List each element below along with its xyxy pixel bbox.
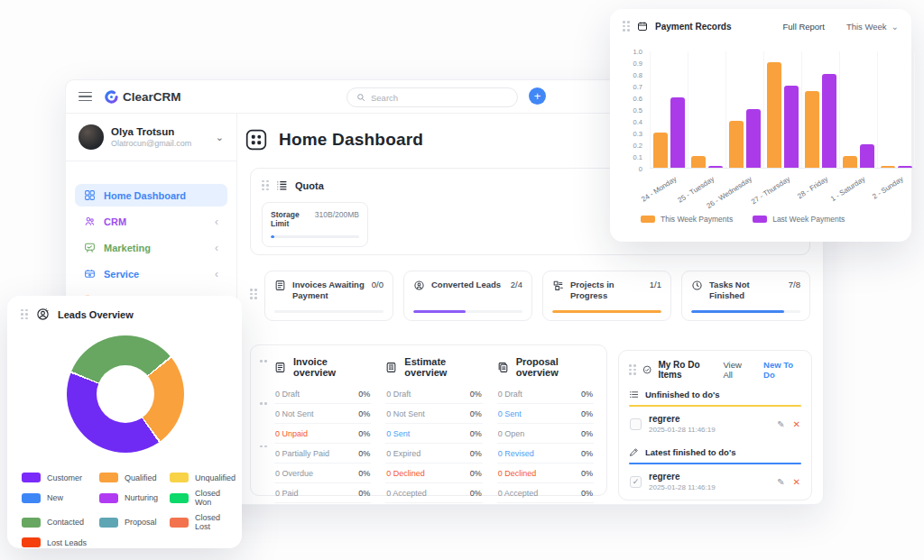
overview-row: 0 Unpaid 0% xyxy=(274,424,371,444)
todo-checkbox[interactable]: ✓ xyxy=(630,476,642,488)
proposal-icon xyxy=(497,362,509,373)
x-axis-label: 2 - Sunday xyxy=(872,175,905,201)
payment-records-title: Payment Records xyxy=(655,22,731,32)
pencil-icon xyxy=(629,447,639,457)
todo-checkbox[interactable] xyxy=(630,418,642,430)
y-tick-label: 1.0 xyxy=(633,48,642,56)
stat-card-converted-leads[interactable]: Converted Leads 2/4 xyxy=(403,271,532,321)
drag-handle[interactable] xyxy=(21,309,28,320)
delete-x-icon[interactable]: ✕ xyxy=(793,477,800,487)
storage-limit-value: 310B/200MB xyxy=(315,210,359,219)
stat-card-tasks-not-finished[interactable]: Tasks Not Finished 7/8 xyxy=(681,271,810,321)
overview-row-label: 0 Not Sent xyxy=(386,409,425,418)
week-range-dropdown[interactable]: This Week ⌄ xyxy=(846,22,899,32)
user-name: Olya Trotsun xyxy=(111,126,191,137)
overview-row-value: 0% xyxy=(470,469,482,478)
estimate-icon xyxy=(385,362,397,373)
overview-row-label: 0 Not Sent xyxy=(275,409,314,418)
sidebar-item-label: Home Dashboard xyxy=(104,190,186,201)
search-input[interactable] xyxy=(371,93,497,103)
user-profile[interactable]: Olya Trotsun Olatrocun@gmail.com ⌄ xyxy=(66,114,236,161)
todo-item-timestamp: 2025-01-28 11:46:19 xyxy=(649,426,716,434)
stat-value: 2/4 xyxy=(511,280,522,289)
lead-icon xyxy=(413,280,425,291)
progress-fill xyxy=(691,310,784,313)
drag-handle[interactable] xyxy=(623,21,630,32)
overview-row: 0 Overdue 0% xyxy=(274,464,371,483)
overview-row-value: 0% xyxy=(581,390,593,399)
y-axis: 1.00.90.80.70.60.50.40.30.20.10 xyxy=(623,51,644,169)
app-logo: ClearCRM xyxy=(105,90,181,104)
legend-swatch xyxy=(641,216,655,223)
todo-section-header: Latest finished to do's xyxy=(629,447,801,457)
payment-records-widget: Payment Records Full Report This Week ⌄ … xyxy=(610,9,911,242)
overview-row: 0 Not Sent 0% xyxy=(274,404,371,424)
y-tick-label: 0.3 xyxy=(633,130,642,138)
legend-label: Closed Won xyxy=(195,489,236,507)
overview-row-value: 0% xyxy=(470,429,482,438)
dashboard-icon xyxy=(245,128,268,151)
chevron-left-icon: ‹ xyxy=(215,242,218,254)
service-icon xyxy=(84,268,96,280)
overview-row: 0 Open 0% xyxy=(497,424,594,444)
page-title-row: Home Dashboard xyxy=(245,128,423,151)
drag-handle[interactable] xyxy=(262,180,269,191)
delete-x-icon[interactable]: ✕ xyxy=(793,419,800,429)
sidebar-item-home-dashboard[interactable]: Home Dashboard xyxy=(75,184,227,207)
menu-icon[interactable] xyxy=(79,92,92,102)
bar-last-week-payments xyxy=(898,166,912,168)
sidebar-item-service[interactable]: Service‹ xyxy=(75,262,227,285)
sidebar-item-crm[interactable]: CRM‹ xyxy=(75,210,227,233)
progress-fill xyxy=(552,310,661,313)
drag-handle[interactable] xyxy=(260,360,267,486)
progress-fill xyxy=(413,310,466,313)
legend-swatch xyxy=(22,473,41,482)
legend-swatch xyxy=(22,493,41,503)
sidebar-item-marketing[interactable]: Marketing‹ xyxy=(75,236,227,259)
overview-row: 0 Sent 0% xyxy=(385,424,482,444)
overview-row-value: 0% xyxy=(470,449,482,458)
sidebar-menu: Home DashboardCRM‹Marketing‹Service‹Proj… xyxy=(66,161,236,311)
legend-label: Nurturing xyxy=(125,493,158,502)
bar-last-week-payments xyxy=(860,144,874,168)
add-button[interactable]: + xyxy=(529,87,546,105)
documents-overview-section: Invoice overview 0 Draft 0% 0 Not Sent 0… xyxy=(250,344,607,496)
overview-row-value: 0% xyxy=(581,409,593,418)
stat-card-invoices-awaiting-payment[interactable]: Invoices Awaiting Payment 0/0 xyxy=(264,271,393,321)
search-box[interactable] xyxy=(346,87,518,107)
stat-value: 1/1 xyxy=(650,280,661,289)
todo-item-timestamp: 2025-01-28 11:46:19 xyxy=(649,483,716,491)
drag-handle[interactable] xyxy=(629,364,636,375)
leads-legend-item-customer: Customer xyxy=(22,473,99,482)
storage-limit-label: Storage Limit xyxy=(271,210,308,228)
overview-row: 0 Accepted 0% xyxy=(497,483,594,503)
leads-legend-item-nurturing: Nurturing xyxy=(99,489,170,507)
edit-pencil-icon[interactable]: ✎ xyxy=(777,419,784,429)
bar-group-28-friday xyxy=(801,51,839,168)
y-tick-label: 0 xyxy=(639,165,642,173)
stat-card-projects-in-progress[interactable]: Projects in Progress 1/1 xyxy=(542,271,671,321)
bar-this-week-payments xyxy=(805,91,819,168)
overview-row-label: 0 Draft xyxy=(386,390,411,399)
overview-row: 0 Sent 0% xyxy=(497,404,594,424)
new-todo-link[interactable]: New To Do xyxy=(763,360,801,380)
leads-legend-item-proposal: Proposal xyxy=(99,513,170,531)
overview-row-label: 0 Draft xyxy=(498,390,522,399)
overview-row-label: 0 Sent xyxy=(498,409,522,418)
todo-widget: My Ro Do Items View All New To Do Unfini… xyxy=(618,350,812,500)
overview-row-value: 0% xyxy=(470,409,482,418)
full-report-link[interactable]: Full Report xyxy=(782,22,824,32)
chart-legend: This Week Payments Last Week Payments xyxy=(641,215,845,224)
chevron-down-icon: ⌄ xyxy=(892,22,899,32)
edit-pencil-icon[interactable]: ✎ xyxy=(777,477,784,487)
sidebar-item-label: Marketing xyxy=(104,243,151,253)
overview-row-label: 0 Overdue xyxy=(275,469,313,478)
chevron-down-icon: ⌄ xyxy=(216,132,224,143)
storage-limit-card: Storage Limit 310B/200MB xyxy=(262,202,368,247)
overview-row-value: 0% xyxy=(581,489,593,498)
drag-handle[interactable] xyxy=(250,289,257,299)
overview-row: 0 Partially Paid 0% xyxy=(274,444,371,464)
bar-group-24-monday xyxy=(650,51,688,168)
overview-row: 0 Accepted 0% xyxy=(385,483,482,503)
view-all-link[interactable]: View All xyxy=(723,360,749,380)
